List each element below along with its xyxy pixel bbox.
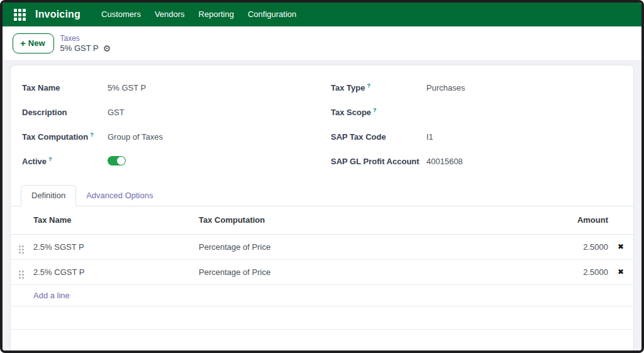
amount-column-header[interactable]: Amount (539, 206, 608, 234)
tab-definition[interactable]: Definition (21, 185, 76, 206)
delete-row-icon[interactable]: ✖ (608, 267, 633, 276)
row-amount[interactable]: 2.5000 (539, 259, 608, 284)
tax-scope-select[interactable] (426, 108, 614, 118)
nav-item-customers[interactable]: Customers (94, 3, 148, 26)
field-sap-tax-code: SAP Tax Code I1 (331, 125, 614, 149)
breadcrumb-current-record: 5% GST P (60, 43, 99, 53)
field-tax-name: Tax Name 5% GST P (22, 76, 306, 100)
active-label: Active? (22, 156, 108, 166)
row-tax-computation[interactable]: Percentage of Price (199, 234, 539, 259)
table-header-row: Tax Name Tax Computation Amount (11, 206, 633, 234)
description-label: Description (22, 107, 108, 117)
add-a-line-link[interactable]: Add a line (33, 291, 70, 300)
tax-type-label: Tax Type? (331, 82, 426, 92)
handle-column-header (11, 206, 33, 234)
delete-row-icon[interactable]: ✖ (608, 242, 633, 251)
row-tax-computation[interactable]: Percentage of Price (199, 259, 539, 284)
field-tax-type: Tax Type? Purchases (331, 76, 614, 100)
help-icon: ? (373, 107, 377, 113)
tax-computation-column-header[interactable]: Tax Computation (199, 206, 539, 234)
field-tax-scope: Tax Scope? (331, 100, 614, 125)
row-tax-name[interactable]: 2.5% SGST P (33, 234, 199, 259)
app-brand-invoicing[interactable]: Invoicing (35, 9, 80, 20)
tax-type-select[interactable]: Purchases (426, 83, 614, 93)
top-navbar: Invoicing Customers Vendors Reporting Co… (3, 3, 641, 26)
form-sheet: Tax Name 5% GST P Description GST Tax Co… (10, 65, 634, 350)
tax-name-column-header[interactable]: Tax Name (33, 206, 199, 234)
description-input[interactable]: GST (108, 108, 306, 118)
help-icon: ? (90, 132, 94, 138)
field-sap-gl-profit-account: SAP GL Profit Account 40015608 (331, 149, 614, 174)
help-icon: ? (367, 82, 370, 89)
sap-gl-profit-account-label: SAP GL Profit Account (331, 156, 426, 166)
drag-handle-icon[interactable] (19, 271, 24, 279)
new-button-label: New (28, 38, 45, 48)
tax-name-input[interactable]: 5% GST P (108, 83, 306, 93)
breadcrumb-taxes-link[interactable]: Taxes (60, 34, 111, 43)
table-row[interactable]: 2.5% SGST P Percentage of Price 2.5000 ✖ (11, 234, 633, 259)
tax-form: Tax Name 5% GST P Description GST Tax Co… (11, 65, 633, 177)
row-amount[interactable]: 2.5000 (539, 234, 608, 259)
nav-item-reporting[interactable]: Reporting (192, 3, 241, 26)
add-line-row: Add a line (11, 284, 633, 306)
tab-advanced-options[interactable]: Advanced Options (76, 186, 163, 206)
child-taxes-table: Tax Name Tax Computation Amount 2.5% SGS… (11, 206, 633, 330)
active-toggle[interactable] (108, 156, 126, 165)
sap-tax-code-input[interactable]: I1 (426, 132, 614, 142)
tax-computation-label: Tax Computation? (22, 132, 108, 142)
nav-item-vendors[interactable]: Vendors (148, 3, 192, 26)
row-tax-name[interactable]: 2.5% CGST P (33, 259, 199, 284)
form-right-column: Tax Type? Purchases Tax Scope? SAP Tax C… (331, 76, 614, 174)
page-background: Tax Name 5% GST P Description GST Tax Co… (3, 61, 641, 350)
help-icon: ? (48, 156, 52, 162)
empty-table-row (11, 306, 633, 329)
toggle-knob (117, 157, 125, 165)
drag-handle-icon[interactable] (19, 245, 24, 254)
new-button[interactable]: + New (13, 33, 54, 53)
tax-computation-select[interactable]: Group of Taxes (108, 132, 306, 142)
app-window: Invoicing Customers Vendors Reporting Co… (0, 0, 644, 353)
nav-item-configuration[interactable]: Configuration (241, 3, 303, 26)
tax-name-label: Tax Name (22, 82, 108, 92)
breadcrumb: Taxes 5% GST P ⚙ (60, 34, 111, 53)
field-active: Active? (22, 149, 306, 174)
gear-icon[interactable]: ⚙ (103, 44, 111, 53)
plus-icon: + (20, 40, 26, 47)
sap-tax-code-label: SAP Tax Code (331, 132, 426, 142)
tax-scope-label: Tax Scope? (331, 107, 426, 117)
notebook-tabs: Definition Advanced Options (11, 185, 633, 206)
sap-gl-profit-account-input[interactable]: 40015608 (426, 157, 614, 167)
apps-grid-icon[interactable] (13, 8, 26, 21)
delete-column-header (608, 206, 633, 234)
table-row[interactable]: 2.5% CGST P Percentage of Price 2.5000 ✖ (11, 259, 633, 284)
field-description: Description GST (22, 100, 306, 125)
control-panel: + New Taxes 5% GST P ⚙ (3, 26, 641, 61)
field-tax-computation: Tax Computation? Group of Taxes (22, 125, 306, 149)
form-left-column: Tax Name 5% GST P Description GST Tax Co… (22, 76, 306, 174)
